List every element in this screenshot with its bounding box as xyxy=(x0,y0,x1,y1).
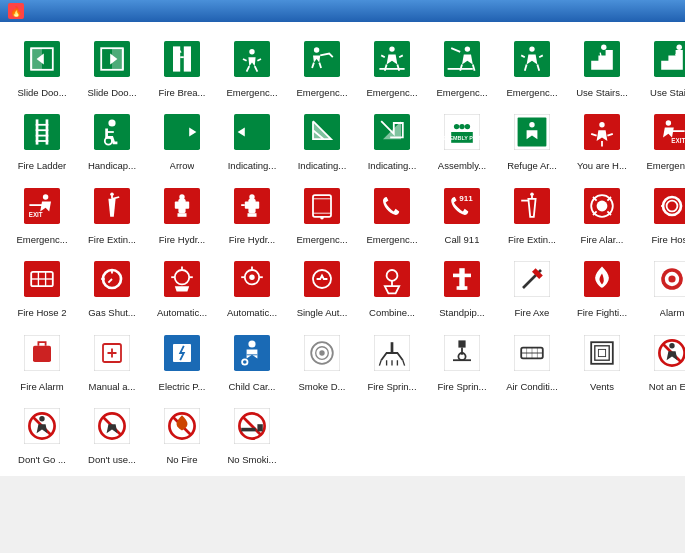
list-item[interactable]: Emergenc... xyxy=(358,177,426,248)
icon-image xyxy=(366,106,418,158)
list-item[interactable]: Don't Go ... xyxy=(8,397,76,468)
icon-image: ASSEMBLY POINT xyxy=(436,106,488,158)
list-item[interactable]: Emergenc... xyxy=(218,30,286,101)
svg-rect-65 xyxy=(175,201,189,208)
icon-image xyxy=(226,33,278,85)
list-item[interactable]: Fire Ladder xyxy=(8,103,76,174)
list-item[interactable]: Automatic... xyxy=(148,250,216,321)
icon-label: Handicap... xyxy=(88,160,136,171)
svg-rect-10 xyxy=(184,46,191,71)
list-item[interactable]: Fire Extin... xyxy=(498,177,566,248)
icon-label: Fire Sprin... xyxy=(437,381,486,392)
svg-point-163 xyxy=(39,416,44,421)
icon-label: Slide Doo... xyxy=(17,87,66,98)
icon-image xyxy=(296,180,348,232)
list-item[interactable]: Alarm xyxy=(638,250,685,321)
list-item[interactable]: Not an Exit xyxy=(638,324,685,395)
list-item[interactable]: Indicating... xyxy=(288,103,356,174)
svg-text:911: 911 xyxy=(459,193,473,202)
icon-label: Combine... xyxy=(369,307,415,318)
svg-rect-72 xyxy=(248,213,257,217)
icon-label: Emergenc... xyxy=(296,87,347,98)
icon-image xyxy=(226,253,278,305)
list-item[interactable]: No Smoki... xyxy=(218,397,286,468)
svg-rect-55 xyxy=(672,131,685,133)
icon-label: Emergenc... xyxy=(506,87,557,98)
icon-label: Arrow xyxy=(170,160,195,171)
list-item[interactable]: Gas Shut... xyxy=(78,250,146,321)
icon-label: Gas Shut... xyxy=(88,307,136,318)
list-item[interactable]: Smoke D... xyxy=(288,324,356,395)
svg-point-107 xyxy=(249,275,254,280)
list-item[interactable]: Vents xyxy=(568,324,636,395)
icon-label: Emergenc... xyxy=(436,87,487,98)
svg-text:REFUGE: REFUGE xyxy=(523,143,542,148)
icon-image xyxy=(296,106,348,158)
icon-label: Not an Exit xyxy=(649,381,685,392)
list-item[interactable]: EXITEmergenc... xyxy=(638,103,685,174)
list-item[interactable]: Slide Doo... xyxy=(8,30,76,101)
list-item[interactable]: Electric P... xyxy=(148,324,216,395)
list-item[interactable]: Automatic... xyxy=(218,250,286,321)
icon-label: Indicating... xyxy=(368,160,417,171)
list-item[interactable]: 911Call 911 xyxy=(428,177,496,248)
list-item[interactable]: Emergenc... xyxy=(288,30,356,101)
list-item[interactable]: Emergenc... xyxy=(498,30,566,101)
icon-label: Smoke D... xyxy=(299,381,346,392)
list-item[interactable]: Combine... xyxy=(358,250,426,321)
list-item[interactable]: Emergenc... xyxy=(288,177,356,248)
list-item[interactable]: Air Conditi... xyxy=(498,324,566,395)
list-item[interactable]: Fire Extin... xyxy=(78,177,146,248)
svg-rect-174 xyxy=(257,424,262,431)
list-item[interactable]: No Fire xyxy=(148,397,216,468)
list-item[interactable]: Fire Brea... xyxy=(148,30,216,101)
list-item[interactable]: Fire Hydr... xyxy=(218,177,286,248)
list-item[interactable]: Use Stairs xyxy=(638,30,685,101)
list-item[interactable]: Slide Doo... xyxy=(78,30,146,101)
svg-rect-143 xyxy=(458,340,465,347)
icon-label: Use Stairs xyxy=(650,87,685,98)
list-item[interactable]: REFUGERefuge Ar... xyxy=(498,103,566,174)
list-item[interactable]: Use Stairs... xyxy=(568,30,636,101)
list-item[interactable]: Fire Sprin... xyxy=(358,324,426,395)
list-item[interactable]: Fire Hose xyxy=(638,177,685,248)
list-item[interactable]: You are H... xyxy=(568,103,636,174)
svg-rect-70 xyxy=(245,201,259,208)
icon-label: Indicating... xyxy=(228,160,277,171)
icon-label: No Smoki... xyxy=(227,454,276,465)
list-item[interactable]: Single Aut... xyxy=(288,250,356,321)
list-item[interactable]: Don't use... xyxy=(78,397,146,468)
list-item[interactable]: Emergenc... xyxy=(428,30,496,101)
icon-label: Fire Hydr... xyxy=(159,234,205,245)
list-item[interactable]: Handicap... xyxy=(78,103,146,174)
list-item[interactable]: Indicating... xyxy=(218,103,286,174)
list-item[interactable]: Standpip... xyxy=(428,250,496,321)
list-item[interactable]: EXITEmergenc... xyxy=(8,177,76,248)
svg-rect-8 xyxy=(164,41,200,77)
icon-label: Call 911 xyxy=(445,234,480,245)
list-item[interactable]: Fire Alarm xyxy=(8,324,76,395)
svg-rect-111 xyxy=(304,261,340,297)
list-item[interactable]: Fire Hydr... xyxy=(148,177,216,248)
icon-image xyxy=(506,180,558,232)
list-item[interactable]: Emergenc... xyxy=(358,30,426,101)
icon-label: Don't Go ... xyxy=(18,454,66,465)
list-item[interactable]: Arrow xyxy=(148,103,216,174)
list-item[interactable]: Fire Hose 2 xyxy=(8,250,76,321)
svg-text:EXIT: EXIT xyxy=(29,211,43,218)
list-item[interactable]: Child Car... xyxy=(218,324,286,395)
icon-image: REFUGE xyxy=(506,106,558,158)
icon-image xyxy=(156,180,208,232)
list-item[interactable]: Fire Fighti... xyxy=(568,250,636,321)
svg-rect-77 xyxy=(374,188,410,224)
icon-image xyxy=(86,253,138,305)
icon-label: Fire Brea... xyxy=(159,87,206,98)
list-item[interactable]: Manual a... xyxy=(78,324,146,395)
list-item[interactable]: Indicating... xyxy=(358,103,426,174)
icon-image xyxy=(226,180,278,232)
list-item[interactable]: ASSEMBLY POINTAssembly... xyxy=(428,103,496,174)
list-item[interactable]: Fire Axe xyxy=(498,250,566,321)
list-item[interactable]: Fire Alar... xyxy=(568,177,636,248)
list-item[interactable]: Fire Sprin... xyxy=(428,324,496,395)
icon-label: Automatic... xyxy=(227,307,277,318)
